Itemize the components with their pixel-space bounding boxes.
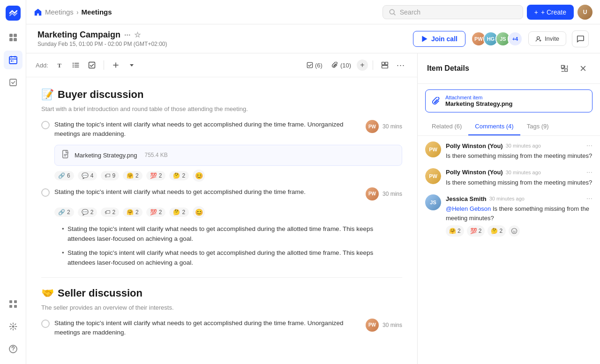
- expand-button[interactable]: [557, 61, 572, 76]
- task-checkbox-1[interactable]: [41, 121, 50, 129]
- comment-avatar-2: PW: [425, 168, 441, 184]
- task-avatar-1: PW: [366, 120, 379, 133]
- tab-related[interactable]: Related (6): [425, 118, 468, 135]
- comment-menu-1[interactable]: ···: [586, 141, 592, 150]
- table-row: Stating the topic's intent will clarify …: [41, 187, 402, 201]
- attachments-badge[interactable]: (10): [328, 60, 355, 71]
- task-time-2: 30 mins: [382, 191, 402, 197]
- tab-comments[interactable]: Comments (4): [468, 118, 520, 135]
- text-icon: T: [56, 61, 64, 69]
- svg-text:T: T: [57, 62, 61, 69]
- sidebar-bottom: [4, 295, 22, 358]
- plus-icon: [112, 61, 120, 69]
- checkbox-button[interactable]: [85, 58, 99, 72]
- comment-time-2: 30 minutes ago: [506, 170, 541, 175]
- layout-button[interactable]: [378, 58, 392, 72]
- app-logo[interactable]: [6, 6, 21, 21]
- svg-rect-9: [12, 60, 14, 62]
- dropdown-button[interactable]: [125, 58, 139, 72]
- svg-point-18: [390, 9, 394, 14]
- add-reaction-button[interactable]: 😊: [193, 170, 205, 182]
- comment-menu-3[interactable]: ···: [586, 194, 592, 203]
- comment-item: PW Polly Winston (You) 30 minutes ago ··…: [425, 141, 592, 161]
- meeting-star-icon[interactable]: ☆: [134, 30, 141, 39]
- list-icon: [72, 61, 80, 69]
- meeting-title-row: Marketing Campaign ··· ☆: [38, 30, 407, 40]
- sidebar-item-help[interactable]: [4, 340, 22, 358]
- section-seller-desc: The seller provides an overview of their…: [41, 304, 402, 311]
- reaction-chip[interactable]: 🤔2: [169, 208, 189, 217]
- toolbar-divider-2: [373, 60, 373, 70]
- body-split: Add: T: [26, 53, 600, 364]
- add-item-button[interactable]: [109, 58, 123, 72]
- svg-line-19: [394, 13, 396, 15]
- meeting-subtitle: Sunday Feb 15, 01:00 PM - 02:00 PM (GMT+…: [38, 41, 407, 47]
- reaction-chip[interactable]: 🏷2: [101, 208, 119, 217]
- search-bar[interactable]: Search: [382, 5, 523, 19]
- reaction-chip[interactable]: 🤗2: [123, 208, 142, 217]
- right-panel: Item Details Attachment item: [417, 53, 600, 364]
- close-button[interactable]: [576, 61, 591, 76]
- comment-reaction[interactable]: 💯2: [467, 225, 485, 237]
- list-button[interactable]: [69, 58, 83, 72]
- reaction-chip[interactable]: 🤔2: [169, 171, 189, 180]
- expand-icon: [561, 65, 568, 72]
- task-meta-2: PW 30 mins: [366, 187, 402, 201]
- list-item: Stating the topic's intent will clarify …: [62, 224, 402, 244]
- chat-button[interactable]: [572, 30, 589, 47]
- task-checkbox-2[interactable]: [41, 188, 50, 197]
- reaction-row-2: 🔗2 💬2 🏷2 🤗2 💯2 🤔2 😊: [54, 206, 402, 218]
- reaction-chip[interactable]: 💬2: [78, 208, 98, 217]
- svg-rect-11: [9, 300, 12, 303]
- participant-more-count[interactable]: +4: [508, 31, 523, 46]
- tasks-badge[interactable]: (6): [303, 60, 326, 71]
- task-avatar-2: PW: [366, 187, 379, 201]
- user-avatar[interactable]: U: [578, 5, 592, 20]
- svg-rect-4: [9, 57, 17, 64]
- main-area: Meetings › Meetings Search + + Create U …: [26, 0, 600, 364]
- checkbox-icon: [88, 61, 96, 69]
- reaction-chip[interactable]: 🤗2: [123, 171, 142, 180]
- invite-button[interactable]: Invite: [528, 31, 566, 46]
- panel-attachment-banner[interactable]: Attachment item Marketing Strategy.png: [425, 89, 592, 112]
- add-more-button[interactable]: +: [357, 59, 368, 71]
- comment-reaction[interactable]: 🤗2: [446, 225, 464, 237]
- tab-tags[interactable]: Tags (9): [520, 118, 555, 135]
- reaction-chip[interactable]: 💯2: [146, 171, 166, 180]
- svg-point-51: [513, 230, 514, 230]
- task-checkbox-3[interactable]: [41, 319, 50, 328]
- reaction-chip[interactable]: 🏷9: [101, 171, 119, 180]
- create-button[interactable]: + + Create: [527, 5, 574, 20]
- meeting-more-icon[interactable]: ···: [124, 31, 130, 39]
- svg-point-17: [13, 350, 14, 351]
- create-label: + Create: [541, 8, 566, 16]
- add-reaction-button[interactable]: 😊: [193, 206, 205, 218]
- comment-reaction[interactable]: 🤔2: [488, 225, 506, 237]
- text-format-button[interactable]: T: [53, 58, 67, 72]
- notes-toolbar: Add: T: [26, 53, 417, 77]
- comment-text-2: Is there something missing from the meet…: [446, 178, 592, 187]
- sidebar-item-settings[interactable]: [4, 317, 22, 336]
- comment-menu-2[interactable]: ···: [586, 168, 592, 177]
- tasks-icon: [307, 62, 313, 68]
- reaction-chip[interactable]: 🔗2: [54, 208, 74, 217]
- reaction-chip[interactable]: 🔗6: [54, 171, 74, 180]
- attachment-size: 755.4 KB: [144, 152, 167, 158]
- breadcrumb: Meetings › Meetings: [34, 8, 112, 16]
- reaction-chip[interactable]: 💬4: [78, 171, 98, 180]
- panel-actions: [557, 61, 591, 76]
- sidebar-item-calendar[interactable]: [4, 51, 22, 69]
- attachment-filename: Marketing Strategy.png: [75, 152, 137, 159]
- invite-label: Invite: [545, 35, 559, 42]
- sidebar-item-projects[interactable]: [4, 28, 22, 47]
- attachment-card[interactable]: Marketing Strategy.png 755.4 KB: [54, 145, 402, 166]
- reaction-chip[interactable]: 💯2: [146, 208, 166, 217]
- add-label: Add:: [36, 62, 48, 69]
- comment-mention[interactable]: @Helen Gebson: [446, 205, 491, 212]
- more-options-button[interactable]: ···: [394, 58, 408, 72]
- breadcrumb-parent[interactable]: Meetings: [45, 8, 74, 16]
- sidebar-item-tasks[interactable]: [4, 73, 22, 92]
- join-call-button[interactable]: Join call: [413, 31, 465, 47]
- add-comment-reaction-button[interactable]: [509, 225, 520, 237]
- sidebar-item-grid[interactable]: [4, 295, 22, 313]
